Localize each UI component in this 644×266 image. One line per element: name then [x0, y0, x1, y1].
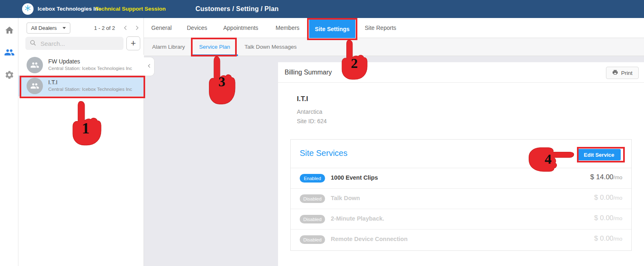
annotation-box-step2	[307, 18, 357, 40]
service-price-unit: /mo	[613, 236, 622, 242]
service-price: $ 0.00/mo	[594, 234, 622, 243]
site-services-title: Site Services	[300, 149, 348, 158]
list-item-title: FW Updates	[48, 58, 80, 65]
status-badge: Disabled	[300, 194, 325, 203]
status-badge: Enabled	[300, 174, 325, 183]
service-name: Remote Device Connection	[331, 236, 408, 242]
list-item-fw-updates[interactable]: FW Updates Central Station: Icebox Techn…	[18, 55, 144, 76]
annotation-box-step4	[577, 147, 625, 162]
collapse-chevron-icon	[146, 63, 152, 70]
print-label: Print	[621, 70, 633, 76]
panel-collapse-button[interactable]	[144, 57, 155, 76]
billing-panel-header: Billing Summary Print	[278, 62, 644, 83]
service-row-remote-connection: Disabled Remote Device Connection $ 0.00…	[291, 230, 631, 250]
printer-icon	[612, 69, 618, 77]
people-icon[interactable]	[4, 47, 15, 58]
service-name: Talk Down	[331, 195, 360, 201]
site-id: Site ID: 624	[297, 118, 327, 124]
service-price-unit: /mo	[613, 215, 622, 221]
top-header: Icebox Technologies Inc Technical Suppor…	[0, 0, 644, 18]
search-box	[25, 37, 123, 50]
billing-summary-panel: Billing Summary Print I.T.I Antarctica S…	[278, 62, 644, 266]
site-location: Antarctica	[297, 108, 322, 115]
tab-general[interactable]: General	[151, 18, 172, 38]
tab-members[interactable]: Members	[276, 18, 299, 38]
annotation-hand-step3: 3	[205, 54, 236, 106]
tab-appointments[interactable]: Appointments	[223, 18, 258, 38]
service-price: $ 0.00/mo	[594, 194, 622, 202]
service-price: $ 0.00/mo	[594, 214, 622, 222]
company-logo	[22, 3, 34, 15]
dealer-filter-value: All Dealers	[31, 25, 57, 31]
gear-icon[interactable]	[4, 70, 15, 80]
service-row-event-clips: Enabled 1000 Event Clips $ 14.00/mo	[291, 168, 631, 189]
status-badge: Disabled	[300, 235, 325, 244]
annotation-number-1: 1	[82, 119, 90, 137]
site-name: I.T.I	[297, 95, 308, 103]
annotation-number-4: 4	[545, 151, 552, 167]
dealer-filter-dropdown[interactable]: All Dealers	[27, 23, 70, 34]
annotation-number-2: 2	[351, 56, 358, 71]
tab-devices[interactable]: Devices	[187, 18, 207, 38]
add-site-button[interactable]: +	[126, 36, 140, 50]
annotation-hand-step4: 4	[527, 144, 576, 172]
subtab-talk-down-messages[interactable]: Talk Down Messages	[245, 38, 297, 56]
chevron-down-icon	[63, 27, 66, 29]
session-label: Technical Support Session	[95, 0, 166, 18]
annotation-box-step3	[191, 38, 237, 56]
snowflake-icon	[24, 5, 31, 14]
list-item-subtitle: Central Station: Icebox Technologies Inc	[48, 66, 132, 71]
avatar	[27, 57, 43, 73]
service-row-talk-down: Disabled Talk Down $ 0.00/mo	[291, 189, 631, 209]
subtab-alarm-library[interactable]: Alarm Library	[152, 38, 185, 56]
print-button[interactable]: Print	[606, 67, 639, 79]
chevron-right-icon[interactable]	[132, 23, 142, 33]
search-icon	[29, 39, 36, 48]
annotation-hand-step2: 2	[337, 38, 369, 81]
service-price-unit: /mo	[613, 195, 622, 201]
annotation-number-3: 3	[218, 74, 225, 90]
site-tabbar: General Devices Appointments Members Sit…	[144, 18, 644, 38]
status-badge: Disabled	[300, 215, 325, 223]
breadcrumb: Customers / Setting / Plan	[195, 0, 278, 18]
search-input[interactable]	[40, 40, 114, 47]
service-name: 2-Minute Playback.	[331, 215, 384, 222]
annotation-box-step1	[20, 76, 145, 98]
app-window: Icebox Technologies Inc Technical Suppor…	[0, 0, 644, 266]
chevron-left-icon[interactable]	[121, 23, 130, 33]
company-name: Icebox Technologies Inc	[38, 0, 101, 18]
service-price-unit: /mo	[613, 174, 622, 180]
service-price: $ 14.00/mo	[590, 173, 622, 181]
service-row-playback: Disabled 2-Minute Playback. $ 0.00/mo	[291, 209, 631, 230]
nav-rail	[0, 18, 18, 266]
service-name: 1000 Event Clips	[331, 174, 378, 181]
pagination-label: 1 - 2 of 2	[94, 23, 115, 34]
annotation-hand-step1: 1	[65, 99, 105, 147]
billing-summary-title: Billing Summary	[285, 62, 332, 83]
tab-site-reports[interactable]: Site Reports	[365, 18, 396, 38]
home-icon[interactable]	[4, 25, 15, 36]
